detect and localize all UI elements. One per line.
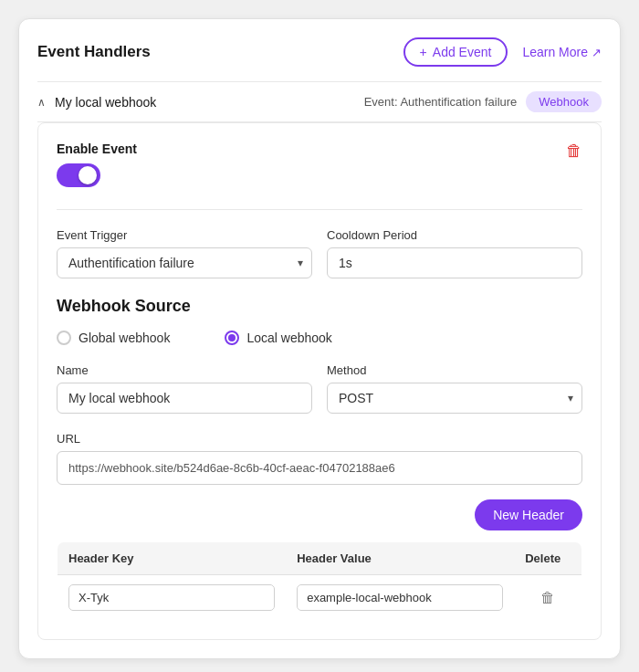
global-radio-circle (57, 331, 71, 345)
delete-event-icon[interactable]: 🗑 (566, 142, 582, 161)
delete-row-icon[interactable]: 🗑 (540, 590, 555, 605)
event-trigger-select[interactable]: Authentification failure (57, 247, 312, 278)
local-radio-circle (225, 331, 239, 345)
add-event-button[interactable]: + Add Event (403, 37, 508, 67)
event-trigger-group: Event Trigger Authentification failure ▾ (57, 228, 312, 278)
enable-event-label: Enable Event (57, 142, 137, 156)
url-label: URL (57, 432, 582, 446)
name-group: Name (57, 363, 312, 414)
method-select[interactable]: POST (327, 383, 582, 414)
table-row: 🗑 (58, 575, 582, 621)
header-key-input[interactable] (68, 584, 275, 611)
method-group: Method POST ▾ (327, 363, 582, 414)
accordion-name: My local webhook (55, 95, 355, 110)
cooldown-period-group: Cooldown Period (327, 228, 582, 278)
delete-row-cell: 🗑 (514, 575, 581, 621)
toggle-slider (57, 163, 100, 187)
method-select-wrapper: POST ▾ (327, 383, 582, 414)
global-webhook-label: Global webhook (79, 331, 170, 345)
local-webhook-radio[interactable]: Local webhook (225, 331, 331, 345)
event-trigger-select-wrapper: Authentification failure ▾ (57, 247, 312, 278)
url-input[interactable] (57, 451, 582, 485)
headers-table: Header Key Header Value Delete 🗑 (57, 541, 582, 621)
header-value-input[interactable] (297, 584, 503, 611)
name-method-row: Name Method POST ▾ (57, 363, 582, 414)
header-key-cell (58, 575, 287, 621)
trigger-cooldown-row: Event Trigger Authentification failure ▾… (57, 228, 582, 278)
header-value-cell (286, 575, 514, 621)
webhook-source-title: Webhook Source (57, 297, 582, 316)
enable-event-row: Enable Event 🗑 (57, 142, 582, 191)
col-header-value: Header Value (286, 542, 514, 575)
accordion-event: Event: Authentification failure (364, 95, 518, 109)
local-webhook-label: Local webhook (246, 331, 331, 345)
global-webhook-radio[interactable]: Global webhook (57, 331, 170, 345)
new-header-button[interactable]: New Header (475, 499, 582, 530)
name-label: Name (57, 363, 312, 377)
add-icon: + (420, 45, 427, 59)
cooldown-label: Cooldown Period (327, 228, 582, 242)
page-title: Event Handlers (37, 43, 151, 61)
enable-event-toggle[interactable] (57, 163, 100, 191)
external-link-icon: ↗ (592, 46, 602, 59)
accordion-row[interactable]: ∧ My local webhook Event: Authentificati… (37, 81, 602, 122)
chevron-up-icon: ∧ (37, 96, 46, 109)
learn-more-link[interactable]: Learn More ↗ (522, 45, 602, 59)
page-header: Event Handlers + Add Event Learn More ↗ (37, 37, 602, 67)
webhook-badge: Webhook (526, 91, 602, 112)
name-input[interactable] (57, 383, 312, 414)
cooldown-input[interactable] (327, 247, 582, 278)
event-trigger-label: Event Trigger (57, 228, 312, 242)
col-header-delete: Delete (514, 542, 581, 575)
event-handlers-container: Event Handlers + Add Event Learn More ↗ … (18, 18, 621, 659)
divider (57, 209, 582, 210)
new-header-row: New Header (57, 499, 582, 541)
method-label: Method (327, 363, 582, 377)
header-actions: + Add Event Learn More ↗ (403, 37, 602, 67)
content-card: Enable Event 🗑 Event Trigger Authentific… (37, 122, 602, 640)
col-header-key: Header Key (58, 542, 287, 575)
webhook-source-radio-group: Global webhook Local webhook (57, 331, 582, 345)
